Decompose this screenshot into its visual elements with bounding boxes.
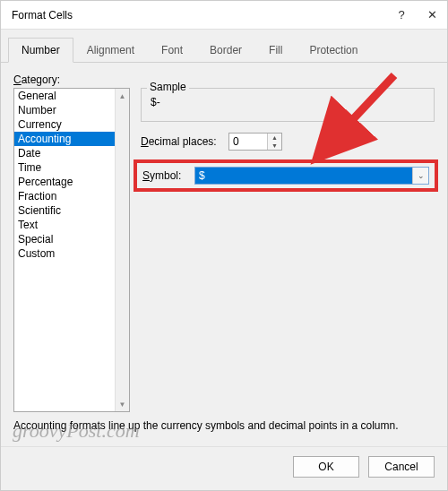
format-description: Accounting formats line up the currency … [13,419,435,437]
category-listbox[interactable]: GeneralNumberCurrencyAccountingDateTimeP… [13,88,130,412]
category-item-scientific[interactable]: Scientific [14,203,115,218]
category-label: Category: [13,73,130,86]
sample-label: Sample [147,81,189,93]
window-title: Format Cells [12,9,386,22]
footer: OK Cancel [1,446,447,490]
tab-protection[interactable]: Protection [296,38,371,63]
category-panel: Category: GeneralNumberCurrencyAccountin… [13,73,130,412]
format-cells-dialog: Format Cells ? ✕ NumberAlignmentFontBord… [0,0,448,491]
spin-up-icon[interactable]: ▲ [268,134,281,142]
decimal-row: Decimal places: ▲ ▼ [141,133,435,151]
symbol-combo[interactable]: $ ⌄ [194,167,429,185]
spin-down-icon[interactable]: ▼ [268,142,281,150]
symbol-label: Symbol: [142,169,189,182]
category-item-date[interactable]: Date [14,146,115,160]
chevron-down-icon[interactable]: ⌄ [412,168,428,184]
tab-fill[interactable]: Fill [255,38,296,63]
decimal-spinner[interactable]: ▲ ▼ [228,133,282,151]
tab-bar: NumberAlignmentFontBorderFillProtection [1,30,447,63]
titlebar: Format Cells ? ✕ [1,1,447,30]
dialog-body: Category: GeneralNumberCurrencyAccountin… [1,63,447,446]
tab-alignment[interactable]: Alignment [73,38,148,63]
symbol-value[interactable]: $ [195,168,412,184]
scroll-up-icon[interactable]: ▲ [116,89,129,103]
category-item-general[interactable]: General [14,89,115,103]
category-item-currency[interactable]: Currency [14,117,115,132]
ok-button[interactable]: OK [293,456,359,478]
sample-box: Sample $- [141,88,435,122]
close-button[interactable]: ✕ [417,1,447,30]
category-item-percentage[interactable]: Percentage [14,175,115,189]
category-item-time[interactable]: Time [14,160,115,175]
decimal-label: Decimal places: [141,135,223,148]
category-item-number[interactable]: Number [14,103,115,117]
tab-font[interactable]: Font [148,38,196,63]
main-area: Category: GeneralNumberCurrencyAccountin… [13,73,435,412]
symbol-highlight: Symbol: $ ⌄ [134,159,438,192]
tab-border[interactable]: Border [196,38,255,63]
scroll-track[interactable] [116,103,129,397]
scroll-down-icon[interactable]: ▼ [116,397,129,411]
category-item-custom[interactable]: Custom [14,246,115,261]
cancel-button[interactable]: Cancel [368,456,435,478]
tab-number[interactable]: Number [8,38,73,63]
category-item-text[interactable]: Text [14,218,115,232]
help-button[interactable]: ? [386,1,417,30]
scrollbar[interactable]: ▲ ▼ [115,89,129,411]
category-item-special[interactable]: Special [14,232,115,246]
category-item-fraction[interactable]: Fraction [14,189,115,203]
decimal-input[interactable] [229,134,267,150]
sample-value: $- [149,92,428,112]
options-panel: Sample $- Decimal places: ▲ ▼ [141,73,435,412]
category-item-accounting[interactable]: Accounting [14,132,115,146]
